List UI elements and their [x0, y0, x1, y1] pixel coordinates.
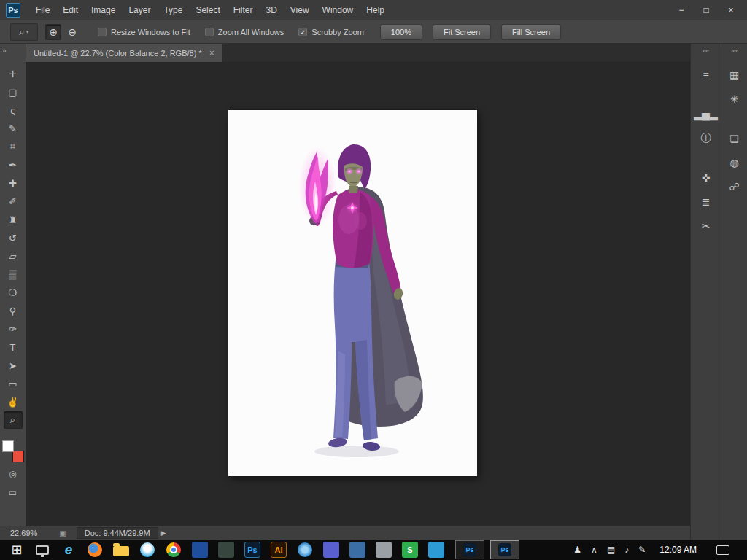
zoom-tool[interactable]: ⌕: [4, 411, 23, 429]
document-tab[interactable]: Untitled-1 @ 22.7% (Color Balance 2, RGB…: [26, 44, 222, 62]
folder-icon: [113, 546, 129, 556]
rectangular-marquee-tool[interactable]: ▢: [4, 83, 23, 101]
taskbar-internet-explorer-icon[interactable]: e: [55, 540, 82, 560]
taskbar-app-violet-icon[interactable]: [318, 540, 344, 560]
history-brush-tool[interactable]: ↺: [4, 229, 23, 246]
zoom-level-field[interactable]: 22.69%: [10, 529, 37, 537]
fill-screen-button[interactable]: Fill Screen: [501, 24, 561, 40]
move-tool[interactable]: ✛: [4, 65, 23, 82]
menu-edit[interactable]: Edit: [56, 0, 85, 20]
app-violet-icon: [323, 542, 339, 558]
taskbar-illustrator-icon[interactable]: Ai: [266, 540, 292, 560]
panel-collapse-icon[interactable]: ««: [691, 44, 721, 61]
scissors-panel-icon[interactable]: ✂: [695, 217, 717, 236]
taskbar-tablet-mode-icon[interactable]: [29, 540, 55, 560]
clone-stamp-tool[interactable]: ♜: [4, 211, 23, 228]
crop-tool[interactable]: ⌗: [4, 138, 23, 155]
toolbar-collapse-icon[interactable]: »: [2, 47, 6, 55]
close-icon[interactable]: ×: [725, 5, 737, 15]
layer-comps-panel-icon[interactable]: ≣: [695, 192, 717, 211]
taskbar-app-dark-icon[interactable]: [213, 540, 239, 560]
3d-panel-icon[interactable]: ☍: [724, 177, 746, 196]
eraser-tool[interactable]: ▱: [4, 247, 23, 265]
gradient-tool[interactable]: ▒: [4, 265, 23, 283]
menu-layer[interactable]: Layer: [122, 0, 157, 20]
dodge-tool[interactable]: ⚲: [4, 302, 23, 319]
background-color-swatch[interactable]: [12, 451, 24, 462]
taskbar-media-player-icon[interactable]: [134, 540, 160, 560]
panel-collapse-icon-2[interactable]: ««: [721, 44, 747, 61]
photoshop-logo: Ps: [6, 3, 20, 18]
menu-3d[interactable]: 3D: [259, 0, 283, 20]
menu-type[interactable]: Type: [157, 0, 189, 20]
foreground-color-swatch[interactable]: [2, 440, 14, 452]
swatches-panel-icon[interactable]: ▦: [724, 66, 746, 85]
menu-help[interactable]: Help: [360, 0, 391, 20]
rectangle-tool[interactable]: ▭: [4, 375, 23, 392]
restore-icon[interactable]: □: [700, 5, 712, 15]
eyedropper-tool[interactable]: ✒: [4, 156, 23, 174]
fit-screen-button[interactable]: Fit Screen: [433, 24, 491, 40]
open-window-photoshop-2[interactable]: Ps: [490, 540, 519, 559]
taskbar-app-s-green-icon[interactable]: S: [397, 540, 423, 560]
taskbar-firefox-icon[interactable]: [82, 540, 108, 560]
styles-panel-icon[interactable]: ◍: [724, 153, 746, 172]
path-selection-tool[interactable]: ➤: [4, 357, 23, 374]
taskbar-chrome-icon[interactable]: [160, 540, 187, 560]
hand-tool[interactable]: ✌: [4, 393, 23, 411]
action-center-icon[interactable]: [716, 545, 729, 555]
menu-file[interactable]: File: [29, 0, 56, 20]
canvas-document[interactable]: [228, 110, 477, 476]
tray-chevron-up-icon[interactable]: ∧: [591, 545, 597, 555]
zoom-tool-preset[interactable]: ⌕ ▾: [10, 23, 38, 41]
taskbar-folder-icon[interactable]: [108, 540, 134, 560]
brush-tool[interactable]: ✐: [4, 192, 23, 210]
scrubby-zoom-checkbox[interactable]: ✓ Scrubby Zoom: [298, 28, 364, 36]
menu-select[interactable]: Select: [189, 0, 226, 20]
layers-panel-icon[interactable]: ❏: [724, 129, 746, 148]
people-icon[interactable]: ♟: [573, 545, 581, 555]
taskbar-clock[interactable]: 12:09 AM: [659, 545, 697, 555]
status-options-arrow-icon[interactable]: ▶: [161, 529, 166, 537]
resize-windows-to-fit-checkbox[interactable]: Resize Windows to Fit: [98, 28, 190, 36]
type-tool[interactable]: T: [4, 338, 23, 356]
histogram-panel-icon[interactable]: ▂▅▂: [695, 105, 717, 124]
healing-brush-tool[interactable]: ✚: [4, 174, 23, 192]
volume-icon[interactable]: ♪: [624, 545, 629, 555]
actual-pixels-button[interactable]: 100%: [380, 24, 422, 40]
menu-view[interactable]: View: [284, 0, 316, 20]
zoom-all-windows-checkbox[interactable]: Zoom All Windows: [205, 28, 284, 36]
quick-mask-button[interactable]: ◎: [4, 467, 23, 481]
minimize-icon[interactable]: −: [676, 5, 687, 15]
properties-panel-icon[interactable]: ≡: [695, 66, 717, 85]
menu-filter[interactable]: Filter: [227, 0, 260, 20]
resize-windows-checkbox-box: [98, 28, 107, 36]
lasso-tool[interactable]: ς: [4, 101, 23, 119]
taskbar-app-round-blue-icon[interactable]: [292, 540, 318, 560]
taskbar-app-gray-icon[interactable]: [371, 540, 397, 560]
panel-column-1: «« ≡ ▂▅▂ ⓘ ✜ ≣ ✂: [690, 44, 721, 540]
panel-column-2: «« ▦ ✳ ❏ ◍ ☍: [721, 44, 747, 540]
document-size-info[interactable]: Doc: 9.44M/29.9M: [77, 527, 158, 539]
taskbar-app-blue-icon[interactable]: [187, 540, 213, 560]
menu-window[interactable]: Window: [316, 0, 360, 20]
pen-tool[interactable]: ✑: [4, 320, 23, 338]
zoom-in-mode-button[interactable]: ⊕: [45, 24, 61, 40]
taskbar-app-steel-icon[interactable]: [344, 540, 371, 560]
color-sampler-panel-icon[interactable]: ✜: [695, 168, 717, 187]
tab-close-icon[interactable]: ×: [209, 48, 214, 58]
info-panel-icon[interactable]: ⓘ: [695, 129, 717, 148]
taskbar-app-teal-icon[interactable]: [423, 540, 449, 560]
monitor-icon: [36, 545, 49, 555]
taskbar-photoshop-icon[interactable]: Ps: [239, 540, 266, 560]
adjustments-panel-icon[interactable]: ✳: [724, 90, 746, 109]
screen-mode-button[interactable]: ▭: [4, 486, 23, 500]
menu-image[interactable]: Image: [85, 0, 122, 20]
blur-tool[interactable]: ❍: [4, 284, 23, 301]
network-icon[interactable]: ▤: [607, 545, 615, 555]
pen-icon[interactable]: ✎: [638, 545, 646, 555]
quick-selection-tool[interactable]: ✎: [4, 120, 23, 137]
zoom-out-mode-button[interactable]: ⊖: [64, 24, 80, 40]
open-window-photoshop-1[interactable]: Ps: [455, 540, 484, 559]
start-button[interactable]: ⊞: [4, 540, 29, 560]
